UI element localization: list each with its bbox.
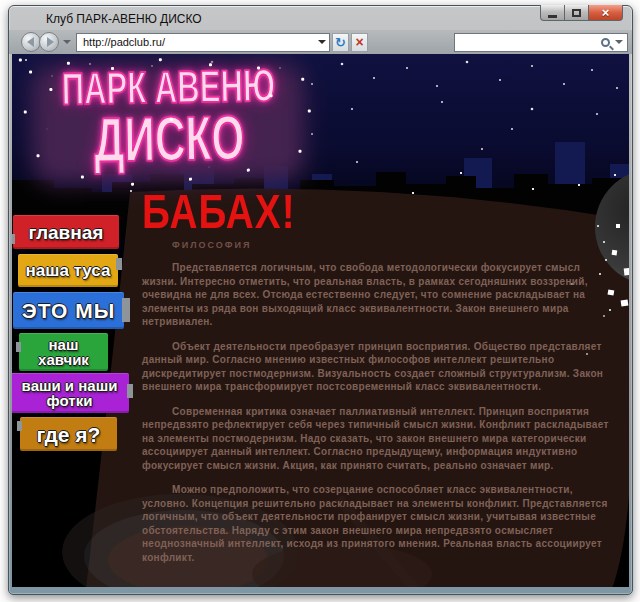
stop-button[interactable]: × [351,33,368,52]
paragraph-4: Можно предположить, что созерцание оспос… [142,483,614,564]
logo-sparkles [19,59,22,62]
close-button[interactable]: × [589,5,623,21]
menu-item-nash-havchik[interactable]: наш хавчик [19,333,108,371]
search-box[interactable] [454,33,628,52]
titlebar[interactable]: Клуб ПАРК-АВЕНЮ ДИСКО × [9,6,632,30]
paragraph-2: Объект деятельности преобразует принцип … [142,340,614,394]
minimize-icon [548,15,557,18]
page-heading: БАБАХ! [142,186,623,237]
forward-arrow-icon [47,37,54,47]
search-dropdown-icon[interactable] [615,40,623,44]
back-arrow-icon [27,37,34,47]
main-content: БАБАХ! ФИЛОСОФИЯ Представляется логичным… [142,186,614,564]
browser-toolbar: http://padclub.ru/ ↻ × [9,30,632,54]
forward-button[interactable] [39,32,59,52]
url-text: http://padclub.ru/ [83,36,318,48]
recent-pages-dropdown-icon[interactable] [63,40,71,44]
minimize-button[interactable] [540,5,565,21]
paragraph-1: Представляется логичным, что свобода мет… [142,261,614,329]
maximize-icon [572,9,581,17]
section-title: ФИЛОСОФИЯ [172,240,614,250]
window-controls: × [540,5,623,21]
refresh-button[interactable]: ↻ [332,33,349,52]
search-icon[interactable] [601,38,610,47]
desktop: Клуб ПАРК-АВЕНЮ ДИСКО × http://padclub.r… [0,0,640,602]
close-icon: × [602,6,610,19]
menu-item-gde-ya[interactable]: где я? [20,417,117,451]
window-title: Клуб ПАРК-АВЕНЮ ДИСКО [46,12,202,26]
browser-window: Клуб ПАРК-АВЕНЮ ДИСКО × http://padclub.r… [8,5,633,595]
maximize-button[interactable] [565,5,589,21]
menu-item-eto-my[interactable]: ЭТО МЫ [13,292,124,329]
stop-icon: × [355,35,363,49]
back-button[interactable] [21,32,41,52]
address-bar[interactable]: http://padclub.ru/ [76,33,330,52]
menu-item-fotki[interactable]: ваши и наши фотки [12,373,129,413]
menu-item-nasha-tusa[interactable]: наша туса [18,254,118,287]
address-dropdown-icon[interactable] [318,40,326,44]
logo-line2: ДИСКО [50,105,289,173]
menu-item-glavnaya[interactable]: главная [13,215,119,249]
paragraph-3: Современная критика означает паллиативны… [142,405,614,473]
refresh-icon: ↻ [335,36,346,49]
site-logo[interactable]: ПАРК АВЕНЮ ДИСКО [19,54,319,195]
page-viewport: ПАРК АВЕНЮ ДИСКО главная наша туса ЭТО М… [12,54,629,587]
